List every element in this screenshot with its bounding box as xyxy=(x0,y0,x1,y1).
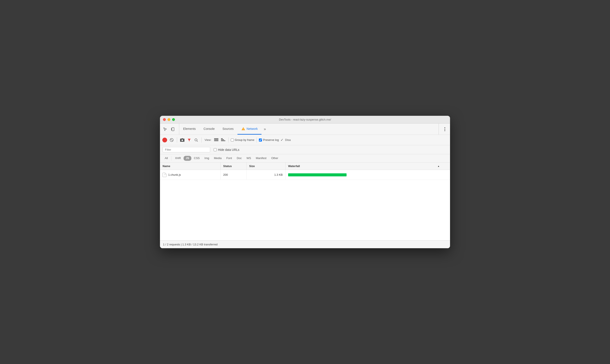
hide-data-urls-label[interactable]: Hide data URLs xyxy=(214,148,239,152)
close-button[interactable] xyxy=(163,118,166,121)
type-filter-doc[interactable]: Doc xyxy=(235,156,244,161)
screenshot-button[interactable] xyxy=(179,137,185,143)
col-status: Status xyxy=(221,163,247,170)
filter-bar: Hide data URLs xyxy=(160,145,450,154)
record-button[interactable] xyxy=(162,137,168,143)
preserve-log-check-icon: ✓ xyxy=(281,138,283,142)
svg-point-2 xyxy=(444,127,445,128)
hide-data-urls-checkbox[interactable] xyxy=(214,148,217,151)
status-bar: 1 / 2 requests | 1.3 KB / 13.2 KB transf… xyxy=(160,240,450,248)
tab-elements[interactable]: Elements xyxy=(179,124,200,135)
col-name: Name xyxy=(160,163,221,170)
inspect-element-button[interactable] xyxy=(162,126,169,133)
table-header: Name Status Size Waterfall ▲ xyxy=(160,163,450,170)
svg-rect-13 xyxy=(214,138,218,139)
col-waterfall: Waterfall ▲ xyxy=(286,163,442,170)
type-filter-xhr[interactable]: XHR xyxy=(173,156,183,161)
col-size: Size xyxy=(247,163,286,170)
type-filter-img[interactable]: Img xyxy=(202,156,211,161)
table-empty-area xyxy=(160,180,450,240)
filter-input[interactable] xyxy=(163,147,210,152)
title-bar: DevTools - react-lazy-suspense.glitch.me… xyxy=(160,116,450,124)
tab-list: Elements Console Sources Network » xyxy=(179,124,439,135)
type-filter-font[interactable]: Font xyxy=(224,156,234,161)
view-list-button[interactable] xyxy=(213,137,219,143)
file-icon: ≡ xyxy=(163,173,167,177)
preserve-log-checkbox[interactable] xyxy=(259,139,262,142)
type-filter-js[interactable]: JS xyxy=(183,156,191,161)
cell-size: 1.3 KB xyxy=(247,170,286,180)
toolbar-separator-3 xyxy=(228,137,229,143)
type-filter-all[interactable]: All xyxy=(163,156,170,161)
svg-point-3 xyxy=(444,129,445,130)
tab-sources[interactable]: Sources xyxy=(219,124,237,135)
warning-icon xyxy=(241,127,245,131)
type-filter-bar: All XHR JS CSS Img Media Font Doc xyxy=(160,154,450,163)
svg-rect-10 xyxy=(182,138,183,139)
svg-rect-15 xyxy=(214,141,218,141)
devtools-panel: Elements Console Sources Network » xyxy=(160,124,450,248)
waterfall-sort-icon: ▲ xyxy=(438,165,440,167)
network-table: Name Status Size Waterfall ▲ ≡ xyxy=(160,163,450,240)
view-tree-button[interactable] xyxy=(220,137,226,143)
group-by-frame-checkbox[interactable] xyxy=(231,139,234,142)
waterfall-bar xyxy=(288,173,347,176)
toolbar-separator-2 xyxy=(201,137,202,143)
tab-more-button[interactable]: » xyxy=(261,124,268,135)
type-filter-media[interactable]: Media xyxy=(212,156,224,161)
filter-button[interactable] xyxy=(186,137,192,143)
svg-line-6 xyxy=(170,139,173,141)
device-toolbar-button[interactable] xyxy=(169,126,176,133)
maximize-button[interactable] xyxy=(172,118,175,121)
tab-bar: Elements Console Sources Network » xyxy=(160,124,450,135)
type-filter-css[interactable]: CSS xyxy=(192,156,202,161)
tab-network[interactable]: Network xyxy=(237,124,261,135)
minimize-button[interactable] xyxy=(168,118,170,121)
devtools-window: DevTools - react-lazy-suspense.glitch.me… xyxy=(160,116,450,248)
devtools-menu-button[interactable] xyxy=(441,126,448,133)
svg-rect-18 xyxy=(221,141,225,141)
cell-status: 200 xyxy=(221,170,247,180)
disable-cache-label: Disa xyxy=(285,138,291,142)
traffic-lights xyxy=(163,118,175,121)
type-filter-manifest[interactable]: Manifest xyxy=(254,156,269,161)
group-by-frame-label[interactable]: Group by frame xyxy=(231,138,254,142)
svg-rect-0 xyxy=(172,128,174,131)
svg-point-9 xyxy=(182,139,183,141)
type-filter-other[interactable]: Other xyxy=(269,156,281,161)
type-filter-ws[interactable]: WS xyxy=(244,156,253,161)
tab-bar-icons xyxy=(162,124,179,135)
type-sep-1 xyxy=(171,156,171,161)
tab-bar-right xyxy=(439,124,448,135)
svg-rect-16 xyxy=(221,138,223,139)
cell-waterfall xyxy=(286,170,442,180)
search-button[interactable] xyxy=(193,137,199,143)
toolbar-separator-4 xyxy=(257,137,257,143)
svg-rect-17 xyxy=(221,139,224,140)
tab-console[interactable]: Console xyxy=(200,124,218,135)
svg-rect-14 xyxy=(214,139,218,140)
svg-point-4 xyxy=(444,130,445,131)
table-row[interactable]: ≡ 1.chunk.js 200 1.3 KB xyxy=(160,170,450,180)
view-label: View: xyxy=(205,138,211,142)
svg-line-12 xyxy=(197,141,198,142)
svg-rect-1 xyxy=(171,128,172,130)
svg-point-11 xyxy=(195,139,197,141)
cell-name: ≡ 1.chunk.js xyxy=(160,170,221,180)
window-title: DevTools - react-lazy-suspense.glitch.me… xyxy=(279,118,331,121)
status-bar-text: 1 / 2 requests | 1.3 KB / 13.2 KB transf… xyxy=(163,243,218,246)
preserve-log-label[interactable]: Preserve log xyxy=(259,138,279,142)
network-toolbar: View: Group by frame xyxy=(160,135,450,145)
clear-button[interactable] xyxy=(169,137,175,143)
toolbar-separator-1 xyxy=(177,137,177,143)
